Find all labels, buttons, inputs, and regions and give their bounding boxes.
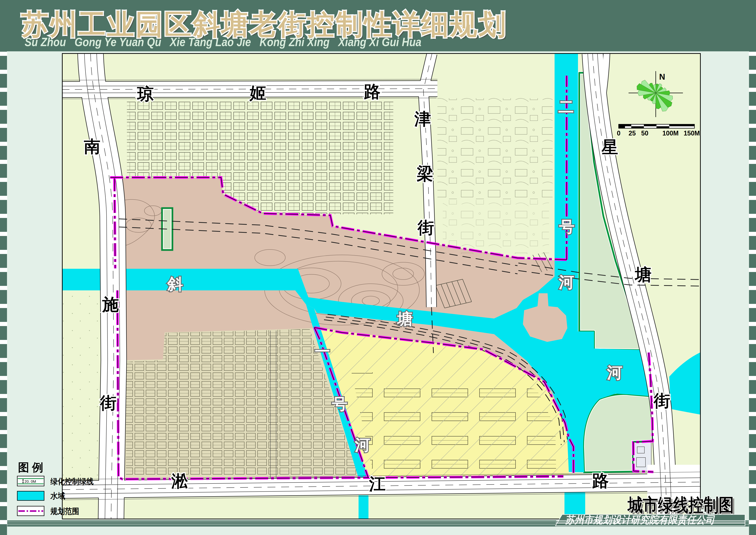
svg-text:江: 江 xyxy=(369,475,386,493)
svg-text:25: 25 xyxy=(629,129,636,137)
svg-text:淞: 淞 xyxy=(171,472,188,490)
svg-text:星: 星 xyxy=(601,138,618,156)
svg-text:水域: 水域 xyxy=(50,492,65,500)
svg-text:苏州市规划设计研究院有限责任公司: 苏州市规划设计研究院有限责任公司 xyxy=(565,514,715,525)
svg-text:塘: 塘 xyxy=(397,310,413,327)
svg-text:斜: 斜 xyxy=(167,275,183,293)
svg-text:0: 0 xyxy=(617,129,620,137)
svg-text:街: 街 xyxy=(653,391,670,410)
svg-text:津: 津 xyxy=(414,110,431,128)
svg-text:街: 街 xyxy=(99,394,117,412)
svg-text:绿化控制绿线: 绿化控制绿线 xyxy=(50,477,94,486)
svg-text:施: 施 xyxy=(102,295,119,314)
svg-text:号: 号 xyxy=(559,218,575,235)
svg-text:路: 路 xyxy=(364,82,381,101)
svg-text:姬: 姬 xyxy=(249,84,266,102)
svg-text:50: 50 xyxy=(641,129,648,137)
svg-text:规划范围: 规划范围 xyxy=(50,507,79,516)
svg-text:Su Zhou Gong Ye Yuan Qu Xi: Su Zhou Gong Ye Yuan Qu Xie Tang Lao Jie… xyxy=(25,35,421,49)
svg-text:图例: 图例 xyxy=(18,461,46,474)
svg-text:梁: 梁 xyxy=(417,164,433,183)
svg-text:号: 号 xyxy=(332,395,347,412)
svg-text:河: 河 xyxy=(355,436,370,453)
svg-text:N: N xyxy=(659,72,665,81)
svg-text:河: 河 xyxy=(607,364,622,381)
svg-text:150M: 150M xyxy=(684,129,700,137)
svg-text:路: 路 xyxy=(592,471,609,490)
svg-text:街: 街 xyxy=(417,218,434,237)
svg-text:20. 0M: 20. 0M xyxy=(24,479,36,484)
svg-text:一: 一 xyxy=(315,343,330,360)
svg-text:琼: 琼 xyxy=(137,85,154,103)
svg-text:城市绿线控制图: 城市绿线控制图 xyxy=(627,495,734,515)
svg-text:南: 南 xyxy=(84,137,100,155)
svg-text:100M: 100M xyxy=(662,129,679,137)
svg-text:河: 河 xyxy=(558,273,574,291)
svg-text:塘: 塘 xyxy=(634,265,652,284)
svg-text:二: 二 xyxy=(558,98,574,115)
